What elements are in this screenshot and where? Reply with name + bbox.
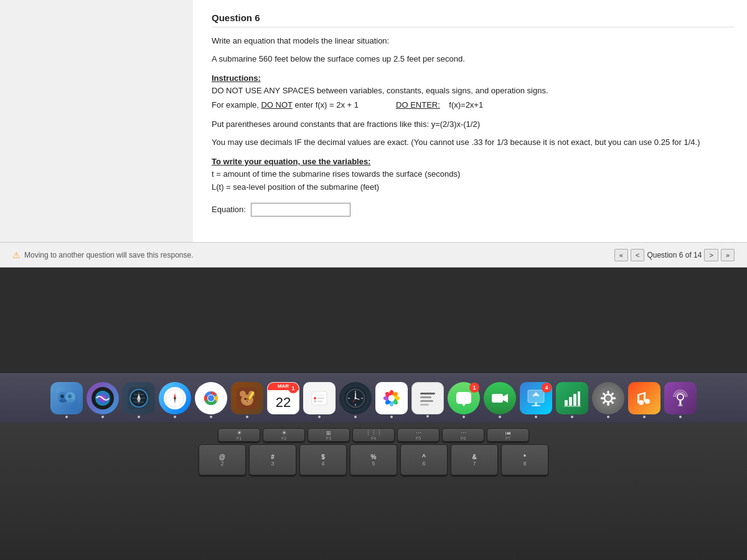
dock-system-prefs[interactable] [592,382,624,414]
key-3[interactable]: # 3 [249,444,296,475]
nav-next-button[interactable]: > [704,249,718,261]
messages-badge: 1 [469,383,479,393]
key-6[interactable]: ^ 6 [400,444,448,475]
question-text: Write an equation that models the linear… [212,35,735,48]
svg-rect-66 [420,396,431,398]
system-prefs-icon [598,388,619,409]
key-8[interactable]: * 8 [501,444,548,475]
svg-point-85 [604,394,612,402]
nav-right: « < Question 6 of 14 > » [614,249,735,261]
question-indicator: Question 6 of 14 [647,251,702,259]
svg-point-5 [59,399,67,403]
dock-facetime[interactable] [484,382,516,414]
svg-point-106 [678,404,683,406]
svg-point-104 [677,394,684,400]
facetime-icon [489,388,510,409]
equation-row: Equation: [212,203,735,217]
svg-point-6 [67,399,74,403]
calendar-badge: 1 [288,383,298,393]
svg-point-53 [355,398,357,399]
svg-rect-100 [644,393,646,402]
equation-label: Equation: [212,203,246,217]
nav-prev-button[interactable]: < [631,249,644,261]
key-f5[interactable]: ⋯ F5 [397,428,439,442]
dock-clock[interactable] [339,382,372,414]
do-enter-label: DO ENTER: [396,100,440,110]
music-icon [634,388,655,409]
dock-siri[interactable] [87,382,119,414]
dock-reminders[interactable] [303,382,336,414]
svg-rect-71 [492,394,503,403]
key-f3[interactable]: ⊞ F3 [308,428,350,442]
svg-rect-95 [601,398,604,399]
svg-rect-67 [420,400,433,402]
laptop-screen: MAR 22 1 [0,268,747,560]
svg-point-63 [388,395,395,402]
dock-music[interactable] [628,382,660,414]
chrome-icon [199,386,223,410]
dock-numbers[interactable] [556,382,588,414]
key-f1[interactable]: ☀ F1 [218,428,260,442]
svg-rect-86 [608,391,609,394]
num-row: @ 2 # 3 $ 4 % 5 ^ 6 & 7 [0,444,747,475]
launchpad-icon [128,387,150,409]
quiz-area: 11120 points Save Answer Question 6 Writ… [0,0,747,268]
svg-rect-79 [565,400,568,406]
warning-icon: ⚠ [12,250,21,260]
dock-notification[interactable] [411,382,444,414]
key-7[interactable]: & 7 [451,444,498,475]
dock-keynote[interactable]: 4 [520,382,552,414]
dock-podcast[interactable] [664,382,697,414]
dock-messages[interactable]: 1 [448,382,480,414]
svg-rect-77 [532,405,540,406]
dock-launchpad[interactable] [123,382,155,414]
do-not-text: DO NOT [261,100,292,110]
key-f2[interactable]: ☀ F2 [263,428,305,442]
dock-calendar[interactable]: MAR 22 1 [267,382,299,414]
svg-point-3 [60,394,64,398]
warning-text: Moving to another question will save thi… [24,251,193,259]
instructions-line1: DO NOT USE ANY SPACES between variables,… [212,85,735,98]
notification-icon [417,388,438,409]
key-5[interactable]: % 5 [350,444,397,475]
enter-example: f(x)=2x+1 [449,100,483,110]
siri-icon [92,387,114,409]
svg-rect-81 [573,394,576,406]
svg-marker-72 [503,394,508,403]
equation-input[interactable] [251,203,350,217]
dock-photos[interactable] [375,382,408,414]
svg-rect-101 [637,395,639,403]
svg-point-4 [68,394,72,398]
svg-point-27 [240,391,246,397]
nav-first-button[interactable]: « [614,249,628,261]
keynote-badge: 4 [542,383,552,393]
nav-last-button[interactable]: » [721,249,735,261]
dock-bear[interactable] [231,382,263,414]
svg-point-99 [645,399,650,404]
svg-rect-91 [613,398,616,399]
svg-point-33 [246,401,248,402]
parentheses-note: Put parentheses around constants that ar… [212,118,735,131]
svg-rect-82 [578,391,580,406]
svg-point-39 [314,397,316,399]
key-f4[interactable]: ⋮⋮⋮ F4 [352,428,395,442]
variables-title: To write your equation, use the variable… [212,156,735,169]
key-f7[interactable]: ⏮ F7 [487,428,529,442]
fn-row: ☀ F1 ☀ F2 ⊞ F3 ⋮⋮⋮ F4 ⋯ F5 ⋯ F6 [0,423,747,442]
dock-safari[interactable] [159,382,191,414]
key-4[interactable]: $ 4 [299,444,347,475]
key-2[interactable]: @ 2 [199,444,246,475]
clock-icon [344,387,367,409]
svg-point-24 [208,395,214,401]
svg-point-31 [245,398,247,400]
question-body: Write an equation that models the linear… [212,35,735,217]
finder-icon [55,387,78,409]
do-enter-section: DO ENTER: f(x)=2x+1 [396,99,483,112]
numbers-icon [561,388,583,409]
dock-chrome[interactable] [195,382,227,414]
svg-rect-80 [569,397,572,406]
dock-finder[interactable] [50,382,83,414]
key-f6[interactable]: ⋯ F6 [442,428,484,442]
svg-point-41 [314,400,316,403]
example-prefix: For example, DO NOT enter f(x) = 2x + 1 [212,99,359,112]
